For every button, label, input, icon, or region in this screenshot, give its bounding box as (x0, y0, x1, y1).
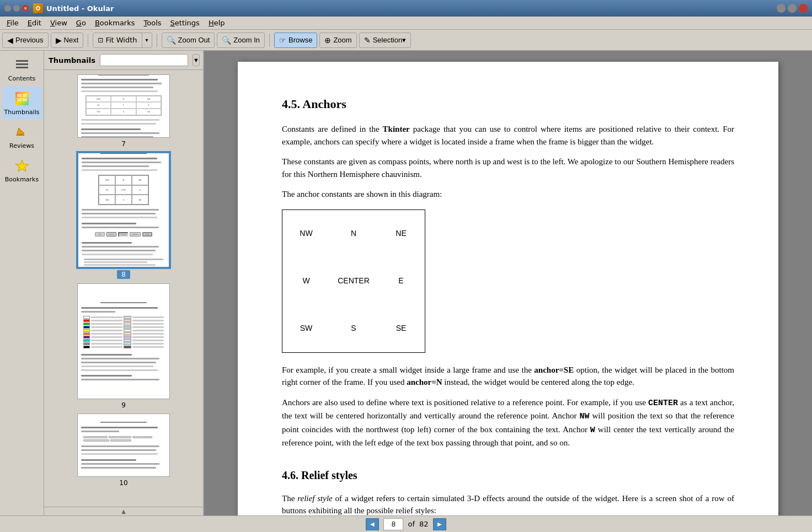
browse-button[interactable]: ☞ Browse (274, 33, 317, 48)
thumbnail-label-9: 9 (121, 401, 126, 409)
section-4-5-para3: The anchor constants are shown in this d… (282, 188, 734, 201)
zoom-out-button[interactable]: 🔍 Zoom Out (162, 33, 215, 48)
svg-rect-5 (23, 94, 27, 97)
main-layout: Contents (0, 51, 812, 515)
browse-icon: ☞ (279, 36, 286, 45)
zoom-out-icon: 🔍 (167, 36, 176, 45)
fit-width-arrow[interactable]: ▾ (142, 33, 152, 47)
window-maximize-btn[interactable] (788, 4, 797, 13)
svg-rect-6 (17, 98, 22, 101)
thumbnail-scroll-up-btn[interactable]: ▲ (121, 508, 126, 514)
menu-tools[interactable]: Tools (140, 18, 166, 28)
selection-button[interactable]: ✎ Selection▾ (359, 33, 411, 48)
anchor-nw: NW (282, 210, 330, 257)
svg-rect-8 (18, 135, 24, 136)
window-close-btn[interactable] (799, 4, 808, 13)
section-4-5-para5: Anchors are also used to define where te… (282, 396, 734, 449)
sidebar-item-reviews[interactable]: Reviews (2, 120, 42, 153)
thumbnails-icon (13, 90, 31, 108)
window-minimize-btn[interactable] (777, 4, 786, 13)
zoom-in-button[interactable]: 🔍 Zoom In (217, 33, 265, 48)
menu-file[interactable]: File (2, 18, 23, 28)
anchor-n-bold: anchor=N (407, 378, 442, 386)
sidebar-item-thumbnails[interactable]: Thumbnails (2, 87, 42, 119)
titlebar-close-icon[interactable]: ✕ (22, 5, 29, 12)
reviews-label: Reviews (9, 142, 34, 149)
previous-label: Previous (15, 36, 44, 44)
zoom-in-icon: 🔍 (222, 36, 231, 45)
app-icon: O (33, 3, 43, 13)
section-4-5-para1: Constants are defined in the Tkinter pac… (282, 123, 734, 148)
menu-edit[interactable]: Edit (23, 18, 46, 28)
separator-2 (157, 34, 157, 47)
sidebar-item-bookmarks[interactable]: Bookmarks (2, 154, 42, 186)
thumbnail-scroll-area[interactable]: NW N NE W C E SW S SE (44, 70, 203, 507)
tkinter-bold: Tkinter (383, 125, 410, 133)
section-4-5-para2: These constants are given as compass poi… (282, 155, 734, 180)
thumbnail-label-8: 8 (117, 270, 130, 279)
zoom-mode-button[interactable]: ⊕ Zoom (319, 33, 356, 48)
thumbnail-label-7: 7 (121, 140, 126, 148)
thumbnail-img-9 (77, 283, 170, 399)
thumbnail-filter-button[interactable]: ▼ (193, 54, 200, 66)
menubar: File Edit View Go Bookmarks Tools Settin… (0, 17, 812, 30)
section-4-5-para4: For example, if you create a small widge… (282, 364, 734, 389)
statusbar-prev-button[interactable]: ◀ (366, 518, 379, 530)
next-button[interactable]: ▶ Next (51, 33, 84, 48)
previous-button[interactable]: ◀ Previous (2, 33, 49, 48)
thumbnail-page-10[interactable]: 10 (77, 413, 170, 487)
w-mono: W (590, 426, 595, 435)
svg-rect-7 (23, 98, 27, 101)
svg-marker-9 (15, 160, 29, 171)
section-4-6-para1: The relief style of a widget refers to c… (282, 492, 734, 516)
anchor-se-bold: anchor=SE (534, 366, 574, 374)
thumbnails-label: Thumbnails (4, 109, 40, 116)
menu-help[interactable]: Help (204, 18, 229, 28)
zoom-mode-icon: ⊕ (324, 36, 331, 45)
statusbar: ◀ of 82 ▶ (0, 515, 812, 532)
thumbnail-label-10: 10 (119, 479, 127, 487)
titlebar-icon-2 (13, 5, 20, 12)
menu-bookmarks[interactable]: Bookmarks (90, 18, 140, 28)
svg-rect-4 (17, 94, 22, 97)
relief-style-italic: relief style (297, 494, 332, 503)
thumbnail-title: Thumbnails (49, 56, 95, 65)
contents-label: Contents (8, 75, 35, 82)
statusbar-total-pages: 82 (419, 520, 429, 528)
thumbnail-page-8[interactable]: NW N NE W CTR E SW S SE (77, 152, 170, 279)
selection-icon: ✎ (364, 36, 371, 45)
statusbar-next-button[interactable]: ▶ (433, 518, 446, 530)
nw-mono: NW (580, 412, 590, 421)
fit-width-icon: ⊡ (98, 36, 103, 44)
document-view[interactable]: 4.5. Anchors Constants are defined in th… (204, 51, 812, 515)
svg-rect-1 (16, 63, 28, 65)
section-4-6-title: 4.6. Relief styles (282, 467, 734, 483)
anchor-n: N (330, 210, 377, 257)
svg-rect-0 (16, 60, 28, 62)
anchor-center: CENTER (330, 257, 377, 305)
separator-3 (269, 34, 270, 47)
fit-width-select[interactable]: ⊡ Fit Width ▾ (93, 33, 152, 48)
statusbar-page-input[interactable] (383, 518, 403, 530)
thumbnail-header: Thumbnails ▼ (44, 51, 203, 70)
bookmarks-icon (13, 157, 31, 175)
menu-settings[interactable]: Settings (166, 18, 204, 28)
previous-icon: ◀ (7, 36, 13, 45)
anchor-s: S (330, 305, 377, 352)
titlebar: ✕ O Untitled - Okular (0, 0, 812, 17)
anchor-ne: NE (377, 210, 425, 257)
left-panel: Contents (0, 51, 44, 515)
anchor-w: W (282, 257, 330, 305)
thumbnail-panel: Thumbnails ▼ NW (44, 51, 204, 515)
thumbnail-img-8: NW N NE W CTR E SW S SE (77, 152, 170, 268)
menu-view[interactable]: View (46, 18, 72, 28)
bookmarks-label: Bookmarks (5, 176, 39, 183)
thumbnail-page-7[interactable]: NW N NE W C E SW S SE (77, 74, 170, 148)
thumbnail-search-input[interactable] (100, 54, 188, 66)
thumbnail-page-9[interactable]: 9 (77, 283, 170, 409)
statusbar-of-label: of (408, 520, 415, 528)
sidebar-item-contents[interactable]: Contents (2, 53, 42, 85)
thumbnail-img-7: NW N NE W C E SW S SE (77, 74, 170, 138)
next-label: Next (64, 36, 79, 44)
menu-go[interactable]: Go (72, 18, 90, 28)
